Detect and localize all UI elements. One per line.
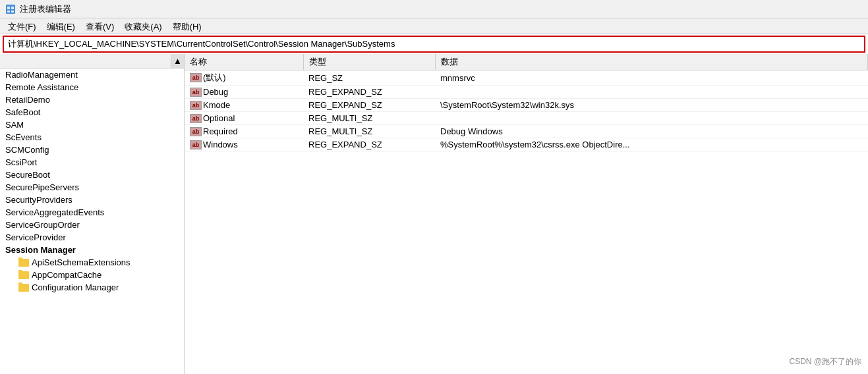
nav-item-scevents[interactable]: ScEvents: [0, 131, 184, 144]
nav-item-serviceprovider[interactable]: ServiceProvider: [0, 231, 184, 244]
folder-icon: [18, 271, 29, 279]
registry-tree: RadioManagement Remote Assistance Retail…: [0, 68, 184, 294]
nav-item-session-manager[interactable]: Session Manager: [0, 244, 184, 256]
registry-type-cell: REG_EXPAND_SZ: [303, 86, 435, 99]
address-path: 计算机\HKEY_LOCAL_MACHINE\SYSTEM\CurrentCon…: [8, 38, 395, 50]
table-row[interactable]: abDebugREG_EXPAND_SZ: [185, 86, 868, 99]
nav-item-scmconfig[interactable]: SCMConfig: [0, 144, 184, 156]
nav-item-remote-assistance[interactable]: Remote Assistance: [0, 81, 184, 94]
registry-name: Optional: [203, 113, 235, 123]
menu-bar: 文件(F) 编辑(E) 查看(V) 收藏夹(A) 帮助(H): [0, 18, 868, 34]
svg-rect-3: [7, 11, 10, 13]
menu-help[interactable]: 帮助(H): [167, 20, 207, 32]
registry-type-cell: REG_EXPAND_SZ: [303, 138, 435, 151]
nav-item-secureboot[interactable]: SecureBoot: [0, 169, 184, 181]
left-panel: ▲ RadioManagement Remote Assistance Reta…: [0, 54, 185, 374]
nav-item-scsiport[interactable]: ScsiPort: [0, 156, 184, 169]
nav-item-radiomanagement[interactable]: RadioManagement: [0, 68, 184, 81]
left-panel-header: ▲: [0, 54, 184, 68]
registry-data-cell: Debug Windows: [435, 125, 868, 138]
nav-item-appcompatcache[interactable]: AppCompatCache: [0, 269, 184, 281]
registry-data-cell: \SystemRoot\System32\win32k.sys: [435, 99, 868, 112]
window-title: 注册表编辑器: [20, 3, 71, 15]
registry-type-cell: REG_EXPAND_SZ: [303, 99, 435, 112]
menu-edit[interactable]: 编辑(E): [42, 20, 80, 32]
registry-type-cell: REG_MULTI_SZ: [303, 125, 435, 138]
registry-name-cell: abKmode: [185, 99, 303, 112]
svg-rect-2: [11, 7, 14, 9]
nav-item-sam[interactable]: SAM: [0, 119, 184, 131]
nav-item-serviceaggregatedevents[interactable]: ServiceAggregatedEvents: [0, 206, 184, 219]
reg-value-icon: ab: [190, 88, 202, 97]
col-header-data[interactable]: 数据: [435, 54, 868, 70]
svg-rect-1: [7, 7, 10, 9]
main-content: ▲ RadioManagement Remote Assistance Reta…: [0, 54, 868, 374]
registry-name-cell: abOptional: [185, 112, 303, 125]
regedit-icon: [5, 4, 16, 14]
registry-data-cell: %SystemRoot%\system32\csrss.exe ObjectDi…: [435, 138, 868, 151]
reg-value-icon: ab: [190, 140, 202, 149]
reg-value-icon: ab: [190, 114, 202, 123]
registry-name-cell: abWindows: [185, 138, 303, 151]
right-panel: 名称 类型 数据 ab(默认)REG_SZmnmsrvcabDebugREG_E…: [185, 54, 868, 374]
registry-data-cell: [435, 86, 868, 99]
registry-name-cell: abDebug: [185, 86, 303, 99]
watermark-text: CSDN @跑不了的你: [789, 357, 861, 366]
table-row[interactable]: ab(默认)REG_SZmnmsrvc: [185, 70, 868, 86]
table-row[interactable]: abRequiredREG_MULTI_SZDebug Windows: [185, 125, 868, 138]
folder-icon: [18, 259, 29, 267]
nav-item-safeboot[interactable]: SafeBoot: [0, 106, 184, 119]
registry-type-cell: REG_SZ: [303, 70, 435, 86]
nav-item-securityproviders[interactable]: SecurityProviders: [0, 194, 184, 206]
registry-name: Debug: [203, 87, 228, 97]
registry-data-cell: [435, 112, 868, 125]
registry-data-cell: mnmsrvc: [435, 70, 868, 86]
registry-values-table: 名称 类型 数据 ab(默认)REG_SZmnmsrvcabDebugREG_E…: [185, 54, 868, 151]
table-row[interactable]: abOptionalREG_MULTI_SZ: [185, 112, 868, 125]
nav-item-securepipeservers[interactable]: SecurePipeServers: [0, 181, 184, 194]
menu-favorites[interactable]: 收藏夹(A): [119, 20, 167, 32]
table-row[interactable]: abWindowsREG_EXPAND_SZ%SystemRoot%\syste…: [185, 138, 868, 151]
nav-item-apisetschema[interactable]: ApiSetSchemaExtensions: [0, 256, 184, 269]
table-row[interactable]: abKmodeREG_EXPAND_SZ\SystemRoot\System32…: [185, 99, 868, 112]
col-header-name[interactable]: 名称: [185, 54, 303, 70]
watermark: CSDN @跑不了的你: [789, 356, 861, 367]
registry-name: (默认): [203, 72, 226, 84]
col-header-type[interactable]: 类型: [303, 54, 435, 70]
registry-type-cell: REG_MULTI_SZ: [303, 112, 435, 125]
title-bar: 注册表编辑器: [0, 0, 868, 18]
left-column-header: [0, 54, 171, 68]
svg-rect-4: [11, 11, 14, 13]
nav-item-retaildemo[interactable]: RetailDemo: [0, 94, 184, 106]
registry-name: Windows: [203, 140, 238, 149]
address-bar[interactable]: 计算机\HKEY_LOCAL_MACHINE\SYSTEM\CurrentCon…: [3, 36, 865, 53]
reg-value-icon: ab: [190, 101, 202, 110]
menu-file[interactable]: 文件(F): [3, 20, 42, 32]
menu-view[interactable]: 查看(V): [80, 20, 119, 32]
folder-icon: [18, 284, 29, 292]
scroll-up-button[interactable]: ▲: [171, 54, 184, 68]
nav-item-servicegrouporder[interactable]: ServiceGroupOrder: [0, 219, 184, 231]
registry-name-cell: abRequired: [185, 125, 303, 138]
reg-value-icon: ab: [190, 73, 202, 82]
registry-name: Kmode: [203, 100, 230, 110]
nav-item-configuration-manager[interactable]: Configuration Manager: [0, 281, 184, 294]
regedit-window: 注册表编辑器 文件(F) 编辑(E) 查看(V) 收藏夹(A) 帮助(H) 计算…: [0, 0, 868, 374]
registry-name-cell: ab(默认): [185, 70, 303, 86]
reg-value-icon: ab: [190, 127, 202, 136]
registry-name: Required: [203, 126, 238, 136]
